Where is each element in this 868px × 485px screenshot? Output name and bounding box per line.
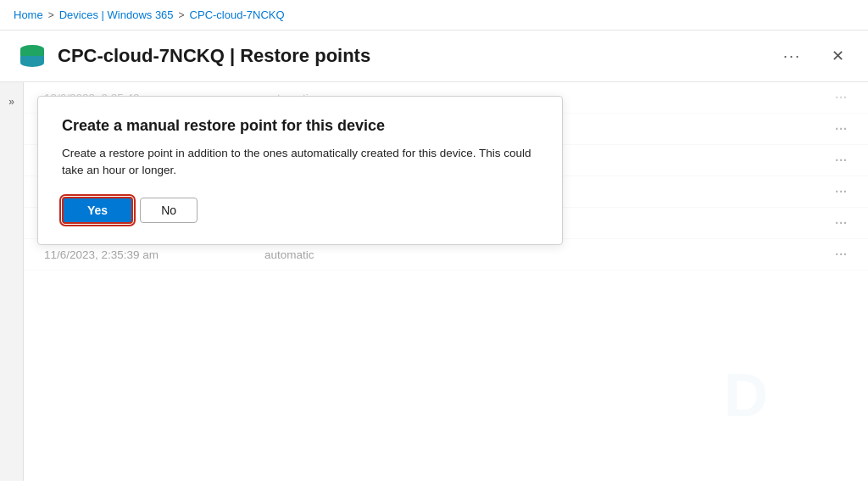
sidebar-toggle-icon: » [8, 96, 14, 108]
close-icon[interactable]: ✕ [825, 43, 851, 69]
device-icon [17, 41, 47, 71]
sidebar-toggle[interactable]: » [0, 82, 24, 481]
main-content: » 13/6/2023, 2:35:42 pm automatic ··· 13… [0, 82, 868, 481]
modal-box: Create a manual restore point for this d… [37, 96, 563, 245]
breadcrumb-sep-1: > [48, 9, 54, 21]
breadcrumb-sep-2: > [179, 9, 185, 21]
content-panel: 13/6/2023, 2:35:42 pm automatic ··· 13/6… [24, 82, 868, 481]
yes-button[interactable]: Yes [62, 197, 133, 224]
page-title: CPC-cloud-7NCKQ | Restore points [58, 45, 766, 67]
breadcrumb: Home > Devices | Windows 365 > CPC-cloud… [0, 0, 868, 31]
modal-buttons: Yes No [62, 197, 538, 224]
breadcrumb-home[interactable]: Home [14, 8, 43, 21]
modal-overlay: Create a manual restore point for this d… [24, 82, 868, 481]
more-options-icon[interactable]: ··· [776, 44, 808, 69]
breadcrumb-current: CPC-cloud-7NCKQ [190, 8, 285, 21]
svg-point-4 [20, 59, 44, 67]
modal-title: Create a manual restore point for this d… [62, 117, 538, 135]
modal-description: Create a restore point in addition to th… [62, 145, 538, 180]
breadcrumb-devices[interactable]: Devices | Windows 365 [59, 8, 174, 21]
page-header: CPC-cloud-7NCKQ | Restore points ··· ✕ [0, 31, 868, 82]
no-button[interactable]: No [140, 198, 198, 223]
